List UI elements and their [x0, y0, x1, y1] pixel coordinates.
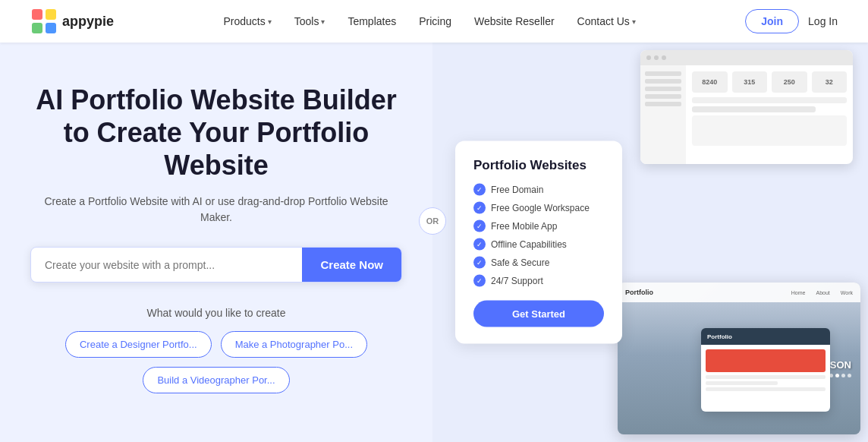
suggestion-pill-0[interactable]: Create a Designer Portfo...	[65, 331, 212, 358]
mockup-container: 8240 315 250 32	[580, 43, 868, 442]
mockup-red-bar	[706, 349, 826, 372]
mockup-bottom2: Portfolio	[701, 328, 830, 412]
logo-text: appypie	[62, 14, 114, 30]
nav-tools[interactable]: Tools ▾	[285, 11, 335, 32]
mockup-top: 8240 315 250 32	[640, 50, 853, 164]
check-icon: ✓	[473, 202, 486, 214]
mockup-portfolio2-header: Portfolio	[701, 328, 830, 345]
search-input[interactable]	[31, 248, 302, 282]
portfolio-card-title: Portfolio Websites	[473, 158, 604, 173]
check-icon: ✓	[473, 238, 486, 251]
nav-actions: Join Log In	[745, 9, 838, 33]
nav-pricing[interactable]: Pricing	[410, 11, 461, 32]
suggestion-pill-2[interactable]: Build a Videographer Por...	[143, 367, 289, 393]
logo-icon	[30, 8, 58, 35]
feature-item-2: ✓ Free Mobile App	[473, 220, 604, 232]
or-divider: OR	[419, 207, 446, 235]
mockup-portfolio2-body	[701, 345, 830, 412]
mockup-chart	[692, 115, 847, 146]
check-icon: ✓	[473, 184, 486, 196]
mockup-dot	[646, 55, 651, 60]
mockup-bar	[692, 97, 847, 103]
check-icon: ✓	[473, 257, 486, 269]
mockup-stat-1: 315	[732, 71, 768, 93]
left-panel: AI Portfolio Website Builder to Create Y…	[0, 43, 432, 442]
feature-item-0: ✓ Free Domain	[473, 184, 604, 196]
login-button[interactable]: Log In	[808, 15, 838, 27]
right-panel: Portfolio Websites ✓ Free Domain ✓ Free …	[432, 43, 868, 442]
search-row: Create Now	[30, 247, 402, 283]
chevron-down-icon: ▾	[268, 17, 272, 26]
mockup-dot	[654, 55, 659, 60]
check-icon: ✓	[473, 220, 486, 232]
mockup-stat-0: 8240	[692, 71, 728, 93]
mockup-grey-lines	[706, 375, 826, 391]
svg-rect-2	[32, 23, 42, 33]
create-now-button[interactable]: Create Now	[302, 248, 401, 282]
check-icon: ✓	[473, 275, 486, 287]
feature-list: ✓ Free Domain ✓ Free Google Workspace ✓ …	[473, 184, 604, 287]
chevron-down-icon: ▾	[321, 17, 325, 26]
feature-item-1: ✓ Free Google Workspace	[473, 202, 604, 214]
sidebar-item	[645, 87, 681, 91]
suggestion-pills: Create a Designer Portfo... Make a Photo…	[30, 331, 402, 393]
mockup-dot	[662, 55, 666, 60]
nav-products[interactable]: Products ▾	[214, 11, 280, 32]
mockup-stat-2: 250	[772, 71, 807, 93]
portfolio-logo: Portfolio	[625, 289, 653, 296]
join-button[interactable]: Join	[745, 9, 799, 33]
logo[interactable]: appypie	[30, 8, 114, 35]
mockup-portrait-nav: Portfolio Home About Work	[618, 283, 860, 302]
mockup-stats: 8240 315 250 32	[692, 71, 847, 93]
nav-dot	[841, 374, 845, 377]
mockup-stat-3: 32	[812, 71, 848, 93]
get-started-button[interactable]: Get Started	[473, 301, 604, 327]
hero-title: AI Portfolio Website Builder to Create Y…	[30, 84, 402, 182]
nav-website-reseller[interactable]: Website Reseller	[465, 11, 564, 32]
main-content: AI Portfolio Website Builder to Create Y…	[0, 43, 868, 442]
what-create-label: What would you like to create	[147, 307, 286, 319]
svg-rect-1	[46, 9, 56, 20]
portfolio-card: Portfolio Websites ✓ Free Domain ✓ Free …	[455, 141, 622, 344]
feature-item-5: ✓ 24/7 Support	[473, 275, 604, 287]
sidebar-item	[645, 71, 681, 76]
nav-contact[interactable]: Contact Us ▾	[568, 11, 645, 32]
sidebar-item	[645, 94, 681, 99]
mockup-grey-line-short	[706, 381, 778, 385]
navbar: appypie Products ▾ Tools ▾ Templates Pri…	[0, 0, 868, 43]
mockup-top-body: 8240 315 250 32	[640, 65, 853, 164]
mockup-sidebar	[640, 65, 686, 164]
suggestion-pill-1[interactable]: Make a Photographer Po...	[221, 331, 367, 358]
svg-rect-0	[32, 9, 42, 20]
feature-item-3: ✓ Offline Capabilities	[473, 238, 604, 251]
mockup-grey-line	[706, 375, 826, 379]
portfolio2-label: Portfolio	[707, 333, 732, 340]
nav-dot	[848, 374, 851, 377]
mockup-top-header	[640, 50, 853, 65]
feature-item-4: ✓ Safe & Secure	[473, 257, 604, 269]
mockup-main-area: 8240 315 250 32	[686, 65, 853, 164]
svg-rect-3	[46, 23, 56, 33]
sidebar-item	[645, 102, 681, 106]
nav-links: Products ▾ Tools ▾ Templates Pricing Web…	[114, 11, 745, 32]
hero-subtitle: Create a Portfolio Website with AI or us…	[34, 194, 398, 226]
mockup-bar	[692, 106, 816, 112]
nav-templates[interactable]: Templates	[338, 11, 405, 32]
mockup-grey-line	[706, 387, 826, 391]
chevron-down-icon: ▾	[632, 17, 636, 26]
nav-dot	[835, 374, 839, 377]
sidebar-item	[645, 79, 681, 84]
